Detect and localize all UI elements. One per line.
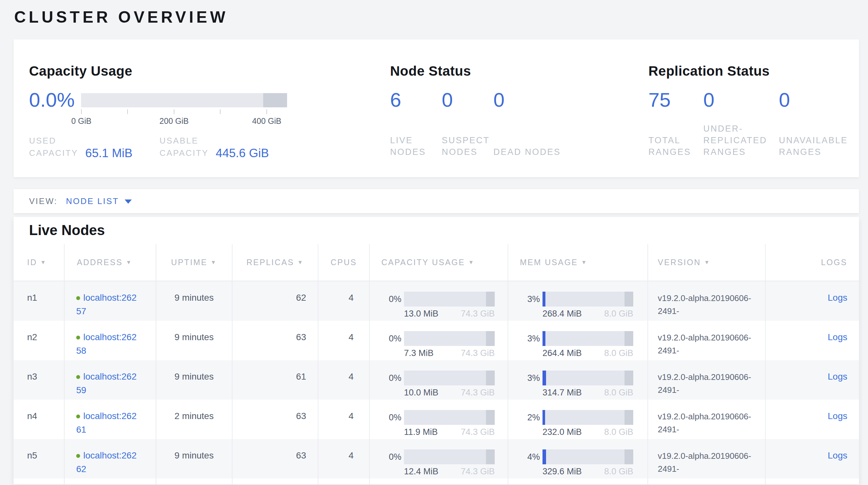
chevron-down-icon (125, 199, 132, 204)
unavailable-ranges-label: UNAVAILABLE RANGES (779, 135, 860, 158)
node-replicas-cell: 62 (232, 281, 318, 321)
node-replicas-cell: 63 (232, 439, 318, 479)
used-capacity-stat: USED CAPACITY 65.1 MiB (29, 135, 159, 159)
mem-used-value: 329.6 MiB (542, 465, 582, 478)
table-row: n1 localhost:26257 9 minutes 62 4 0% 13.… (13, 281, 859, 321)
live-nodes-label: LIVE NODES (390, 135, 442, 158)
node-logs-cell: Logs (766, 360, 859, 400)
mem-used-value: 314.7 MiB (542, 386, 582, 399)
logs-link[interactable]: Logs (828, 372, 847, 381)
node-address-link[interactable]: localhost:26259 (76, 370, 151, 397)
under-replicated-ranges-count: 0 (703, 89, 779, 111)
replication-status-title: Replication Status (648, 63, 860, 79)
table-row (13, 479, 859, 484)
capacity-bar-reserved (486, 450, 495, 464)
capacity-used-value: 10.0 MiB (404, 386, 438, 399)
view-selector-bar: VIEW: NODE LIST (13, 189, 859, 213)
table-row: n3 localhost:26259 9 minutes 61 4 0% 10.… (13, 360, 859, 400)
node-logs-cell: Logs (766, 321, 859, 360)
mem-bar-fill (542, 331, 546, 346)
node-address-link[interactable]: localhost:26257 (76, 291, 151, 318)
node-status-stats: 6 LIVE NODES 0 SUSPECT NODES 0 DEAD NODE… (390, 89, 571, 158)
axis-tick (127, 109, 128, 114)
mem-bar-fill (542, 292, 546, 307)
capacity-total-value: 74.3 GiB (461, 426, 495, 438)
usable-capacity-value: 445.6 GiB (216, 147, 269, 160)
column-header-uptime[interactable]: UPTIME▼ (156, 244, 232, 281)
live-nodes-stat: 6 LIVE NODES (390, 89, 442, 158)
sort-descending-icon: ▼ (704, 259, 711, 266)
node-version-cell: v19.2.0-alpha.20190606-2491-gfe735c9a97 (648, 321, 766, 360)
node-address-cell: localhost:26258 (65, 321, 156, 360)
node-live-dot-icon (76, 415, 80, 419)
node-cpus-cell: 4 (318, 321, 370, 360)
node-id-cell: n3 (13, 360, 65, 400)
capacity-bar-reserved (486, 410, 495, 425)
capacity-usage-bar (404, 371, 495, 386)
node-address-link[interactable]: localhost:26262 (76, 449, 151, 476)
mem-usage-bar (542, 371, 633, 386)
node-cpus-cell: 4 (318, 360, 370, 400)
node-address-cell: localhost:26257 (65, 281, 156, 321)
column-header-cpus: CPUS (318, 244, 370, 281)
used-capacity-value: 65.1 MiB (85, 147, 132, 160)
logs-link[interactable]: Logs (828, 332, 847, 342)
node-logs-cell (766, 479, 859, 484)
logs-link[interactable]: Logs (828, 293, 847, 303)
column-header-id[interactable]: ID▼ (13, 244, 65, 281)
capacity-percent-label: 0% (381, 371, 401, 385)
capacity-usage-cell (370, 479, 508, 484)
suspect-nodes-label: SUSPECT NODES (442, 135, 493, 158)
node-live-dot-icon (76, 454, 80, 458)
logs-link[interactable]: Logs (828, 450, 847, 460)
capacity-usage-cell: 0% 7.3 MiB 74.3 GiB (370, 321, 508, 360)
usable-capacity-label: USABLE CAPACITY (159, 135, 209, 159)
column-header-version[interactable]: VERSION▼ (648, 244, 766, 281)
mem-usage-cell: 2% 232.0 MiB 8.0 GiB (508, 400, 648, 439)
table-header-row: ID▼ADDRESS▼UPTIME▼REPLICAS▼CPUSCAPACITY … (13, 244, 859, 281)
mem-usage-bar (542, 450, 633, 464)
column-header-capacity-usage[interactable]: CAPACITY USAGE▼ (370, 244, 508, 281)
mem-usage-bar (542, 410, 633, 425)
logs-link[interactable]: Logs (828, 411, 847, 421)
node-uptime-cell: 9 minutes (156, 321, 232, 360)
capacity-usage-cell: 0% 11.9 MiB 74.3 GiB (370, 400, 508, 439)
capacity-total-value: 74.3 GiB (461, 386, 495, 399)
table-body: n1 localhost:26257 9 minutes 62 4 0% 13.… (13, 281, 859, 484)
mem-percent-label: 2% (519, 411, 540, 424)
mem-total-value: 8.0 GiB (604, 307, 633, 320)
table-row: n4 localhost:26261 2 minutes 63 4 0% 11.… (13, 400, 859, 439)
column-header-replicas[interactable]: REPLICAS▼ (232, 244, 318, 281)
under-replicated-ranges-stat: 0 UNDER-REPLICATED RANGES (703, 89, 779, 158)
table-row: n5 localhost:26262 9 minutes 63 4 0% 12.… (13, 439, 859, 479)
column-header-mem-usage[interactable]: MEM USAGE▼ (508, 244, 648, 281)
view-dropdown[interactable]: NODE LIST (66, 196, 132, 206)
suspect-nodes-count: 0 (442, 89, 493, 111)
node-address-link[interactable]: localhost:26261 (76, 409, 151, 436)
capacity-usage-section: Capacity Usage 0.0% 0 GiB 20 (29, 63, 371, 159)
node-replicas-cell (232, 479, 318, 484)
mem-bar-reserved (624, 371, 633, 386)
mem-bar-reserved (624, 331, 633, 346)
node-id-cell (13, 479, 65, 484)
sort-descending-icon: ▼ (581, 259, 588, 266)
capacity-usage-bar (404, 410, 495, 425)
node-address-link[interactable]: localhost:26258 (76, 331, 151, 358)
table-row: n2 localhost:26258 9 minutes 63 4 0% 7.3… (13, 321, 859, 360)
capacity-gauge-bar: 0 GiB 200 GiB 400 GiB (81, 89, 287, 127)
node-replicas-cell: 63 (232, 321, 318, 360)
replication-status-section: Replication Status 75 TOTAL RANGES 0 UND… (648, 63, 860, 158)
node-uptime-cell: 9 minutes (156, 360, 232, 400)
mem-used-value: 268.4 MiB (542, 307, 582, 320)
capacity-stats: USED CAPACITY 65.1 MiB USABLE CAPACITY 4… (29, 135, 371, 159)
node-version-cell: v19.2.0-alpha.20190606-2491-gfe735c9a97 (648, 439, 766, 479)
used-capacity-label: USED CAPACITY (29, 135, 78, 159)
node-replicas-cell: 61 (232, 360, 318, 400)
total-ranges-label: TOTAL RANGES (648, 135, 703, 158)
column-header-address[interactable]: ADDRESS▼ (65, 244, 156, 281)
capacity-total-value: 74.3 GiB (461, 307, 495, 320)
live-nodes-count: 6 (390, 89, 442, 111)
capacity-usage-cell: 0% 10.0 MiB 74.3 GiB (370, 360, 508, 400)
capacity-bar-reserved (486, 371, 495, 386)
capacity-used-value: 12.4 MiB (404, 465, 438, 478)
